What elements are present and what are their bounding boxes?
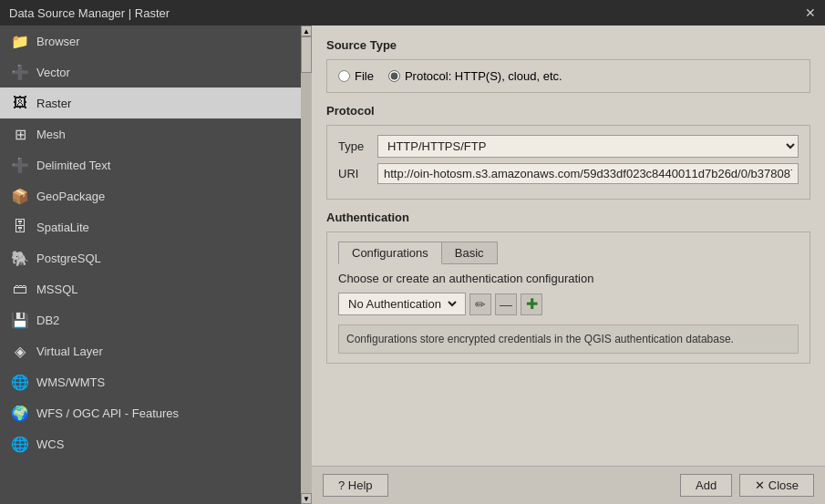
- dialog: Data Source Manager | Raster ✕ 📁Browser➕…: [0, 0, 825, 504]
- auth-controls: No Authentication ✏ — ✚: [338, 293, 799, 315]
- sidebar-item-label-virtual-layer: Virtual Layer: [36, 345, 103, 358]
- type-label: Type: [338, 139, 370, 153]
- radio-protocol-input[interactable]: [388, 70, 400, 82]
- sidebar-item-db2[interactable]: 💾DB2: [0, 304, 301, 335]
- scroll-track: [301, 36, 312, 493]
- uri-label: URI: [338, 167, 370, 180]
- auth-tabs: Configurations Basic: [338, 242, 799, 264]
- bottom-bar: ? Help Add ✕ Close: [312, 466, 825, 504]
- sidebar-item-geopackage[interactable]: 📦GeoPackage: [0, 180, 301, 211]
- virtual-layer-icon: ◈: [11, 342, 29, 360]
- dialog-title: Data Source Manager | Raster: [9, 6, 170, 20]
- sidebar-item-label-wms-wmts: WMS/WMTS: [36, 375, 105, 389]
- db2-icon: 💾: [11, 311, 29, 329]
- raster-icon: 🖼: [11, 94, 29, 112]
- tab-basic[interactable]: Basic: [442, 242, 498, 264]
- sidebar-scrollbar[interactable]: ▲ ▼: [301, 26, 312, 504]
- spatialite-icon: 🗄: [11, 218, 29, 236]
- uri-input[interactable]: [377, 163, 799, 184]
- sidebar-item-raster[interactable]: 🖼Raster: [0, 87, 301, 118]
- sidebar-item-wms-wmts[interactable]: 🌐WMS/WMTS: [0, 366, 301, 397]
- wfs-ogc-icon: 🌍: [11, 404, 29, 422]
- radio-protocol[interactable]: Protocol: HTTP(S), cloud, etc.: [388, 69, 562, 83]
- sidebar-item-mesh[interactable]: ⊞Mesh: [0, 118, 301, 149]
- type-select[interactable]: HTTP/HTTPS/FTP: [377, 135, 799, 158]
- sidebar-item-mssql[interactable]: 🗃MSSQL: [0, 273, 301, 304]
- sidebar-item-label-mesh: Mesh: [36, 128, 66, 141]
- sidebar-item-label-mssql: MSSQL: [36, 283, 78, 296]
- wcs-icon: 🌐: [11, 435, 29, 453]
- close-icon[interactable]: ✕: [805, 5, 816, 20]
- sidebar-item-label-browser: Browser: [36, 35, 80, 48]
- sidebar-item-label-geopackage: GeoPackage: [36, 190, 105, 203]
- type-row: Type HTTP/HTTPS/FTP: [338, 135, 799, 158]
- auth-dropdown-select[interactable]: No Authentication: [345, 296, 459, 312]
- auth-note: Configurations store encrypted credentia…: [338, 324, 799, 354]
- sidebar-item-vector[interactable]: ➕Vector: [0, 57, 301, 87]
- sidebar-item-virtual-layer[interactable]: ◈Virtual Layer: [0, 335, 301, 366]
- sidebar-item-browser[interactable]: 📁Browser: [0, 26, 301, 57]
- delimited-text-icon: ➕: [11, 156, 29, 174]
- clear-auth-button[interactable]: —: [495, 293, 517, 315]
- radio-protocol-label: Protocol: HTTP(S), cloud, etc.: [405, 69, 562, 83]
- scroll-down-arrow[interactable]: ▼: [301, 493, 312, 504]
- sidebar-item-label-postgresql: PostgreSQL: [36, 252, 101, 265]
- radio-file-input[interactable]: [338, 70, 350, 82]
- sidebar-item-postgresql[interactable]: 🐘PostgreSQL: [0, 242, 301, 273]
- add-button[interactable]: Add: [680, 474, 732, 497]
- uri-row: URI: [338, 163, 799, 184]
- vector-icon: ➕: [11, 63, 29, 81]
- content-panel: Source Type File Protocol: HTTP(S), clou…: [312, 26, 825, 504]
- sidebar-item-label-db2: DB2: [36, 314, 59, 327]
- help-button[interactable]: ? Help: [323, 474, 388, 497]
- main-layout: 📁Browser➕Vector🖼Raster⊞Mesh➕Delimited Te…: [0, 26, 825, 504]
- mesh-icon: ⊞: [11, 125, 29, 143]
- sidebar-item-spatialite[interactable]: 🗄SpatiaLite: [0, 211, 301, 242]
- close-button[interactable]: ✕ Close: [739, 474, 814, 497]
- sidebar-item-label-raster: Raster: [36, 97, 71, 110]
- auth-dropdown[interactable]: No Authentication: [338, 293, 466, 315]
- authentication-box: Configurations Basic Choose or create an…: [326, 231, 810, 364]
- sidebar-item-label-delimited-text: Delimited Text: [36, 159, 110, 172]
- add-auth-button[interactable]: ✚: [521, 293, 542, 315]
- edit-auth-button[interactable]: ✏: [469, 293, 491, 315]
- wms-wmts-icon: 🌐: [11, 373, 29, 391]
- source-type-box: File Protocol: HTTP(S), cloud, etc.: [326, 59, 810, 93]
- sidebar-item-wfs-ogc[interactable]: 🌍WFS / OGC API - Features: [0, 397, 301, 428]
- content-scroll: Source Type File Protocol: HTTP(S), clou…: [312, 26, 825, 466]
- protocol-box: Type HTTP/HTTPS/FTP URI: [326, 125, 810, 200]
- title-bar: Data Source Manager | Raster ✕: [0, 0, 825, 26]
- sidebar-item-wcs[interactable]: 🌐WCS: [0, 428, 301, 459]
- tab-configurations[interactable]: Configurations: [338, 242, 442, 264]
- sidebar-item-delimited-text[interactable]: ➕Delimited Text: [0, 149, 301, 180]
- auth-description: Choose or create an authentication confi…: [338, 272, 799, 285]
- radio-file[interactable]: File: [338, 69, 374, 83]
- source-type-row: File Protocol: HTTP(S), cloud, etc.: [338, 69, 799, 83]
- authentication-label: Authentication: [326, 211, 810, 224]
- sidebar-item-label-wcs: WCS: [36, 437, 64, 451]
- bottom-left: ? Help: [323, 474, 388, 497]
- source-type-label: Source Type: [326, 38, 810, 52]
- mssql-icon: 🗃: [11, 280, 29, 298]
- radio-file-label: File: [355, 69, 374, 83]
- bottom-right: Add ✕ Close: [680, 474, 814, 497]
- scroll-thumb[interactable]: [301, 36, 312, 73]
- sidebar: 📁Browser➕Vector🖼Raster⊞Mesh➕Delimited Te…: [0, 26, 301, 504]
- postgresql-icon: 🐘: [11, 249, 29, 267]
- scroll-up-arrow[interactable]: ▲: [301, 26, 312, 36]
- sidebar-item-label-spatialite: SpatiaLite: [36, 221, 89, 234]
- browser-icon: 📁: [11, 32, 29, 50]
- geopackage-icon: 📦: [11, 187, 29, 205]
- sidebar-item-label-vector: Vector: [36, 66, 70, 79]
- protocol-label: Protocol: [326, 104, 810, 118]
- sidebar-item-label-wfs-ogc: WFS / OGC API - Features: [36, 406, 179, 420]
